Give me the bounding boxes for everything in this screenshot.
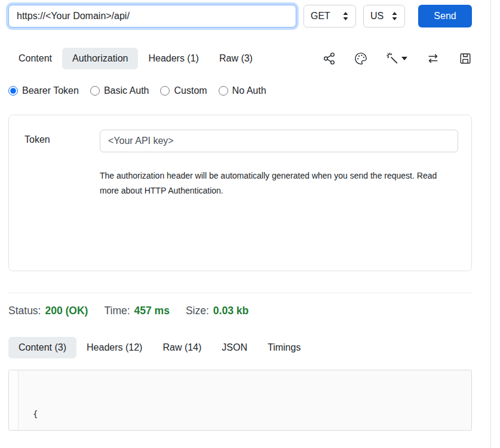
radio-custom[interactable]: Custom [160,85,207,96]
radio-bearer-token-label: Bearer Token [22,85,79,96]
token-input[interactable] [100,130,458,152]
response-json-body: { "message": "API running." } [19,370,471,430]
radio-basic-auth[interactable]: Basic Auth [90,85,149,96]
radio-no-auth-label: No Auth [232,85,266,96]
response-body-block: { "message": "API running." } [8,370,472,431]
request-toolbar [323,52,472,65]
share-icon[interactable] [323,52,336,65]
time-value: 457 ms [134,305,170,317]
radio-basic-auth-input[interactable] [90,86,100,96]
method-select-value: GET [311,11,330,22]
region-select[interactable]: US [363,5,405,27]
rest-client-app: GET US Send Content Authorization Header… [8,5,472,431]
token-panel-main: The authorization header will be automat… [100,130,458,271]
token-panel: Token The authorization header will be a… [8,115,472,271]
auth-type-options: Bearer Token Basic Auth Custom No Auth [8,85,472,96]
radio-no-auth[interactable]: No Auth [219,85,266,96]
response-status-row: Status: 200 (OK) Time: 457 ms Size: 0.03… [8,305,472,317]
radio-custom-label: Custom [174,85,207,96]
code-gutter [9,370,19,430]
request-tabs-row: Content Authorization Headers (1) Raw (3… [8,48,472,69]
token-label: Token [24,130,100,271]
send-button[interactable]: Send [418,5,472,27]
request-bar: GET US Send [8,5,472,27]
url-input[interactable] [8,5,296,27]
resp-tab-raw[interactable]: Raw (14) [152,337,211,358]
radio-custom-input[interactable] [160,86,170,96]
time-label: Time: [104,305,130,317]
updown-arrows-icon [342,11,349,21]
updown-arrows-icon [391,11,398,21]
time-pair: Time: 457 ms [104,305,169,317]
response-tabs-row: Content (3) Headers (12) Raw (14) JSON T… [8,337,472,358]
status-pair: Status: 200 (OK) [8,305,88,317]
region-select-value: US [370,11,384,22]
chevron-down-icon [401,57,407,60]
radio-bearer-token-input[interactable] [8,86,18,96]
radio-bearer-token[interactable]: Bearer Token [8,85,79,96]
method-select[interactable]: GET [303,5,356,27]
tab-raw[interactable]: Raw (3) [209,48,263,69]
resp-tab-json[interactable]: JSON [211,337,257,358]
status-value: 200 (OK) [45,305,88,317]
resp-tab-content[interactable]: Content (3) [8,337,76,358]
size-label: Size: [186,305,209,317]
magic-wand-dropdown-icon[interactable] [386,52,407,65]
palette-icon[interactable] [354,52,367,65]
radio-no-auth-input[interactable] [219,86,228,96]
status-label: Status: [8,305,41,317]
save-icon[interactable] [459,52,472,65]
tab-headers[interactable]: Headers (1) [138,48,208,69]
resp-tab-timings[interactable]: Timings [257,337,311,358]
resp-tab-headers[interactable]: Headers (12) [76,337,152,358]
tab-content[interactable]: Content [8,48,62,69]
size-pair: Size: 0.03 kb [186,305,249,317]
size-value: 0.03 kb [213,305,249,317]
radio-basic-auth-label: Basic Auth [104,85,149,96]
tab-authorization[interactable]: Authorization [62,48,138,69]
swap-arrows-icon[interactable] [426,52,440,65]
section-divider [8,293,472,293]
page-right-border [490,0,491,448]
code-line: { [33,407,471,422]
token-help-text: The authorization header will be automat… [100,168,453,198]
